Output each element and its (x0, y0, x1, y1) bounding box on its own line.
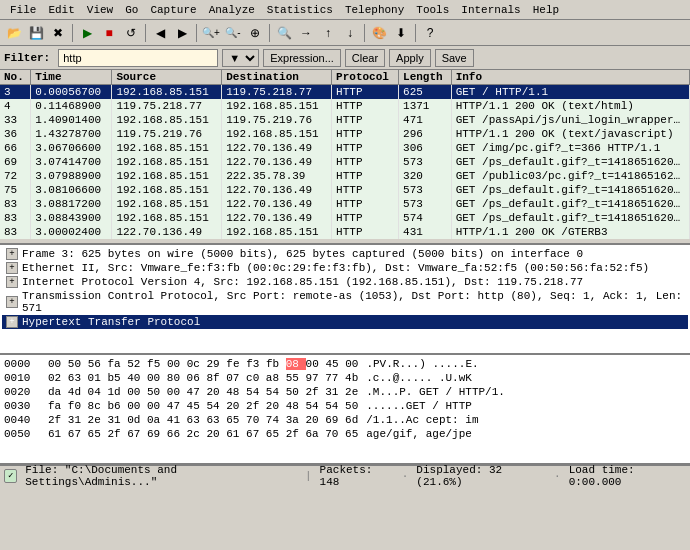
tb-restart-btn[interactable]: ↺ (121, 23, 141, 43)
tb-start-btn[interactable]: ▶ (77, 23, 97, 43)
hex-offset: 0040 (4, 413, 40, 427)
cell-0: 36 (0, 127, 31, 141)
status-sep3: · (554, 470, 561, 482)
col-length[interactable]: Length (399, 70, 452, 85)
tb-fwd-btn[interactable]: ▶ (172, 23, 192, 43)
statusbar: ✓ File: "C:\Documents and Settings\Admin… (0, 465, 690, 485)
detail-expand-icon[interactable]: + (6, 296, 18, 308)
hex-row: 00402f 31 2e 31 0d 0a 41 63 63 65 70 74 … (4, 413, 686, 427)
col-no[interactable]: No. (0, 70, 31, 85)
detail-text: Transmission Control Protocol, Src Port:… (22, 290, 684, 314)
tb-save-btn[interactable]: 💾 (26, 23, 46, 43)
expression-button[interactable]: Expression... (263, 49, 341, 67)
cell-4: HTTP (332, 169, 399, 183)
table-row[interactable]: 361.43278700119.75.219.76192.168.85.151H… (0, 127, 690, 141)
cell-4: HTTP (332, 211, 399, 225)
cell-6: GET /public03/pc.gif?_t=1418651620171 HT… (451, 169, 689, 183)
tb-open-btn[interactable]: 📂 (4, 23, 24, 43)
col-protocol[interactable]: Protocol (332, 70, 399, 85)
menu-help[interactable]: Help (527, 2, 565, 18)
detail-text: Hypertext Transfer Protocol (22, 316, 200, 328)
tb-help-btn[interactable]: ? (420, 23, 440, 43)
col-info[interactable]: Info (451, 70, 689, 85)
detail-row[interactable]: +Frame 3: 625 bytes on wire (5000 bits),… (2, 247, 688, 261)
filter-expression-dropdown[interactable]: ▼ (222, 49, 259, 67)
menu-go[interactable]: Go (119, 2, 144, 18)
menu-view[interactable]: View (81, 2, 119, 18)
hex-ascii: /1.1..Ac cept: im (366, 413, 478, 427)
apply-button[interactable]: Apply (389, 49, 431, 67)
hex-bytes: 61 67 65 2f 67 69 66 2c 20 61 67 65 2f 6… (48, 427, 358, 441)
table-row[interactable]: 833.00002400122.70.136.49192.168.85.151H… (0, 225, 690, 239)
detail-expand-icon[interactable]: + (6, 262, 18, 274)
status-file: File: "C:\Documents and Settings\Adminis… (25, 464, 297, 488)
menu-analyze[interactable]: Analyze (203, 2, 261, 18)
tb-color-btn[interactable]: 🎨 (369, 23, 389, 43)
menu-tools[interactable]: Tools (410, 2, 455, 18)
col-source[interactable]: Source (112, 70, 222, 85)
table-row[interactable]: 833.08817200192.168.85.151122.70.136.49H… (0, 197, 690, 211)
tb-back-btn[interactable]: ◀ (150, 23, 170, 43)
detail-row[interactable]: +Transmission Control Protocol, Src Port… (2, 289, 688, 315)
cell-4: HTTP (332, 127, 399, 141)
filter-input[interactable] (58, 49, 218, 67)
status-sep1: | (305, 470, 312, 482)
table-row[interactable]: 833.08843900192.168.85.151122.70.136.49H… (0, 211, 690, 225)
menu-statistics[interactable]: Statistics (261, 2, 339, 18)
tb-goto-btn[interactable]: → (296, 23, 316, 43)
cell-3: 122.70.136.49 (222, 183, 332, 197)
table-row[interactable]: 663.06706600192.168.85.151122.70.136.49H… (0, 141, 690, 155)
cell-1: 3.08843900 (31, 211, 112, 225)
cell-2: 122.70.136.49 (112, 225, 222, 239)
table-row[interactable]: 331.40901400192.168.85.151119.75.219.76H… (0, 113, 690, 127)
tb-zoom-out-btn[interactable]: 🔍- (223, 23, 243, 43)
packet-table-header: No. Time Source Destination Protocol Len… (0, 70, 690, 85)
detail-expand-icon[interactable]: + (6, 276, 18, 288)
table-row[interactable]: 723.07988900192.168.85.151222.35.78.39HT… (0, 169, 690, 183)
tb-auto-scroll-btn[interactable]: ⬇ (391, 23, 411, 43)
table-row[interactable]: 693.07414700192.168.85.151122.70.136.49H… (0, 155, 690, 169)
detail-expand-icon[interactable]: + (6, 248, 18, 260)
cell-4: HTTP (332, 113, 399, 127)
tb-prev-btn[interactable]: ↑ (318, 23, 338, 43)
cell-1: 3.08817200 (31, 197, 112, 211)
menu-telephony[interactable]: Telephony (339, 2, 410, 18)
hex-bytes: 00 50 56 fa 52 f5 00 0c 29 fe f3 fb 08 0… (48, 357, 358, 371)
tb-zoom-reset-btn[interactable]: ⊕ (245, 23, 265, 43)
table-row[interactable]: 40.11468900119.75.218.77192.168.85.151HT… (0, 99, 690, 113)
status-icon: ✓ (4, 469, 17, 483)
detail-row[interactable]: +Ethernet II, Src: Vmware_fe:f3:fb (00:0… (2, 261, 688, 275)
detail-row[interactable]: +Internet Protocol Version 4, Src: 192.1… (2, 275, 688, 289)
hex-bytes: 2f 31 2e 31 0d 0a 41 63 63 65 70 74 3a 2… (48, 413, 358, 427)
hex-bytes: 02 63 01 b5 40 00 80 06 8f 07 c0 a8 55 9… (48, 371, 358, 385)
cell-5: 573 (399, 155, 452, 169)
cell-1: 1.43278700 (31, 127, 112, 141)
detail-row[interactable]: +Hypertext Transfer Protocol (2, 315, 688, 329)
table-row[interactable]: 753.08106600192.168.85.151122.70.136.49H… (0, 183, 690, 197)
cell-4: HTTP (332, 85, 399, 100)
toolbar: 📂 💾 ✖ ▶ ■ ↺ ◀ ▶ 🔍+ 🔍- ⊕ 🔍 → ↑ ↓ 🎨 ⬇ ? (0, 20, 690, 46)
save-button[interactable]: Save (435, 49, 474, 67)
detail-text: Ethernet II, Src: Vmware_fe:f3:fb (00:0c… (22, 262, 649, 274)
menu-internals[interactable]: Internals (455, 2, 526, 18)
tb-close-btn[interactable]: ✖ (48, 23, 68, 43)
tb-find-btn[interactable]: 🔍 (274, 23, 294, 43)
detail-expand-icon[interactable]: + (6, 316, 18, 328)
clear-button[interactable]: Clear (345, 49, 385, 67)
cell-5: 296 (399, 127, 452, 141)
col-destination[interactable]: Destination (222, 70, 332, 85)
detail-text: Frame 3: 625 bytes on wire (5000 bits), … (22, 248, 583, 260)
hex-row: 000000 50 56 fa 52 f5 00 0c 29 fe f3 fb … (4, 357, 686, 371)
menu-edit[interactable]: Edit (42, 2, 80, 18)
tb-stop-btn[interactable]: ■ (99, 23, 119, 43)
cell-1: 0.11468900 (31, 99, 112, 113)
menu-capture[interactable]: Capture (144, 2, 202, 18)
tb-sep4 (269, 24, 270, 42)
col-time[interactable]: Time (31, 70, 112, 85)
tb-zoom-in-btn[interactable]: 🔍+ (201, 23, 221, 43)
tb-next-btn[interactable]: ↓ (340, 23, 360, 43)
menu-file[interactable]: File (4, 2, 42, 18)
hex-ascii: .PV.R...) .....E. (366, 357, 478, 371)
cell-2: 192.168.85.151 (112, 141, 222, 155)
table-row[interactable]: 30.00056700192.168.85.151119.75.218.77HT… (0, 85, 690, 100)
